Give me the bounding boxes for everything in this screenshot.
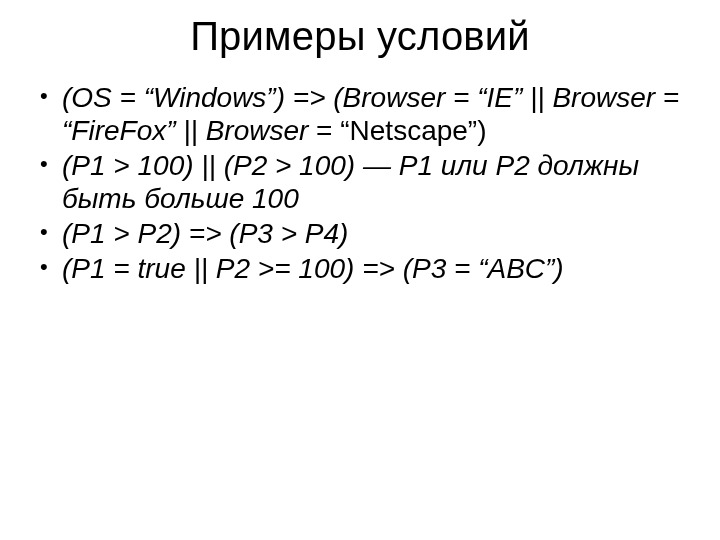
slide: Примеры условий (OS = “Windows”) => (Bro… [0, 0, 720, 540]
bullet-text-plain: = “Netscape”) [308, 115, 486, 146]
bullet-text: (P1 = true || P2 >= 100) => (P3 = “ABC”) [62, 253, 564, 284]
bullet-text: (P1 > 100) || (P2 > 100) — P1 или P2 дол… [62, 150, 639, 214]
bullet-list: (OS = “Windows”) => (Browser = “IE” || B… [36, 81, 684, 285]
bullet-text: (P1 > P2) => (P3 > P4) [62, 218, 348, 249]
list-item: (OS = “Windows”) => (Browser = “IE” || B… [36, 81, 684, 147]
list-item: (P1 > P2) => (P3 > P4) [36, 217, 684, 250]
list-item: (P1 > 100) || (P2 > 100) — P1 или P2 дол… [36, 149, 684, 215]
list-item: (P1 = true || P2 >= 100) => (P3 = “ABC”) [36, 252, 684, 285]
slide-title: Примеры условий [36, 14, 684, 59]
